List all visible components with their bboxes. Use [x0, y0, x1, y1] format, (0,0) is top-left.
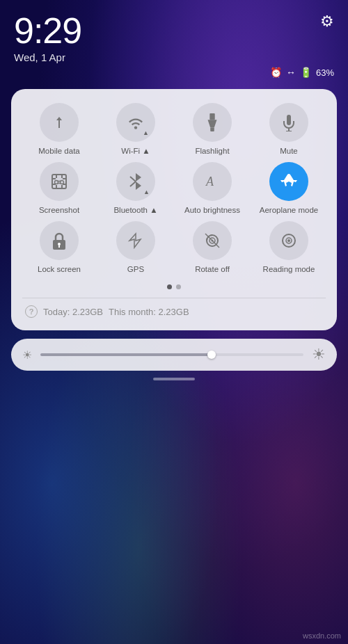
lock-screen-label: Lock screen — [38, 265, 81, 273]
quick-item-gps[interactable]: GPS — [99, 221, 173, 273]
page-dots — [22, 284, 326, 289]
quick-item-screenshot[interactable]: Screenshot — [22, 162, 96, 214]
auto-brightness-label: Auto brightness — [184, 206, 240, 214]
battery-icon: 🔋 — [300, 67, 312, 78]
svg-point-30 — [287, 239, 290, 242]
help-icon[interactable]: ? — [25, 305, 38, 318]
quick-item-aeroplane-mode[interactable]: Aeroplane mode — [252, 162, 326, 214]
mobile-data-icon — [51, 114, 68, 131]
flashlight-icon-circle — [193, 103, 232, 142]
aeroplane-mode-icon-circle — [269, 162, 308, 201]
reading-mode-icon-circle — [269, 221, 308, 260]
mobile-data-icon-circle — [40, 103, 79, 142]
rotate-off-label: Rotate off — [195, 265, 230, 273]
month-usage: This month: 2.23GB — [109, 307, 189, 317]
bottom-handle-bar — [153, 378, 195, 380]
quick-item-flashlight[interactable]: Flashlight — [175, 103, 249, 155]
quick-item-wifi[interactable]: ▲ Wi-Fi ▲ — [99, 103, 173, 155]
wifi-icon — [127, 115, 145, 130]
gps-label: GPS — [127, 265, 144, 273]
quick-item-bluetooth[interactable]: ▲ Bluetooth ▲ — [99, 162, 173, 214]
flashlight-icon — [205, 113, 220, 131]
watermark: wsxdn.com — [303, 631, 341, 640]
bottom-handle[interactable] — [0, 378, 348, 380]
brightness-low-icon: ☀ — [22, 348, 32, 362]
rotate-off-icon-circle — [193, 221, 232, 260]
lock-screen-icon — [51, 231, 68, 250]
quick-settings-panel: Mobile data ▲ Wi-Fi ▲ — [11, 89, 337, 330]
mute-icon — [280, 113, 297, 131]
bluetooth-icon-circle: ▲ — [116, 162, 155, 201]
brightness-slider[interactable] — [40, 353, 303, 356]
time-display: 9:29 — [14, 13, 81, 49]
screenshot-icon — [50, 172, 68, 191]
quick-item-reading-mode[interactable]: Reading mode — [252, 221, 326, 273]
wifi-signal-indicator: ▲ — [143, 129, 149, 136]
aeroplane-icon-alt — [279, 172, 299, 191]
dot-1 — [167, 284, 172, 289]
svg-rect-0 — [209, 113, 214, 120]
lock-screen-icon-circle — [40, 221, 79, 260]
svg-point-22 — [58, 243, 61, 245]
quick-item-mute[interactable]: Mute — [252, 103, 326, 155]
screenshot-label: Screenshot — [39, 206, 79, 214]
quick-grid: Mobile data ▲ Wi-Fi ▲ — [22, 103, 326, 273]
brightness-handle[interactable] — [207, 351, 216, 359]
brightness-high-icon: ☀ — [312, 346, 326, 364]
mute-icon-circle — [269, 103, 308, 142]
status-icons: ⏰ ↔ 🔋 63% — [270, 67, 334, 78]
reading-mode-label: Reading mode — [263, 265, 315, 273]
screenshot-icon-circle — [40, 162, 79, 201]
svg-rect-2 — [210, 127, 214, 131]
brightness-bar: ☀ ☀ — [11, 339, 337, 371]
wifi-icon-circle: ▲ — [116, 103, 155, 142]
quick-item-rotate-off[interactable]: Rotate off — [175, 221, 249, 273]
rotate-off-icon — [203, 232, 221, 250]
mobile-data-label: Mobile data — [38, 147, 79, 155]
mute-label: Mute — [280, 147, 298, 155]
brightness-fill — [40, 353, 212, 356]
auto-brightness-icon: A — [203, 172, 222, 191]
wifi-label: Wi-Fi ▲ — [121, 147, 150, 155]
quick-item-mobile-data[interactable]: Mobile data — [22, 103, 96, 155]
svg-line-19 — [130, 182, 136, 186]
date-display: Wed, 1 Apr — [14, 51, 81, 63]
data-usage: ? Today: 2.23GB This month: 2.23GB — [22, 304, 326, 319]
reading-mode-icon — [280, 232, 298, 250]
bluetooth-label: Bluetooth ▲ — [113, 206, 157, 214]
gps-icon — [127, 232, 145, 250]
svg-text:A: A — [205, 175, 214, 188]
status-bar: 9:29 Wed, 1 Apr ⚙ ⏰ ↔ 🔋 63% — [0, 0, 348, 83]
call-icon: ↔ — [286, 67, 296, 78]
bluetooth-icon — [129, 172, 143, 191]
gps-icon-circle — [116, 221, 155, 260]
today-usage: Today: 2.23GB — [43, 307, 103, 317]
bluetooth-signal-indicator: ▲ — [143, 188, 150, 195]
panel-divider — [22, 298, 326, 298]
svg-line-18 — [130, 177, 136, 182]
svg-marker-1 — [208, 120, 217, 127]
alarm-icon: ⏰ — [270, 67, 282, 78]
flashlight-label: Flashlight — [195, 147, 229, 155]
dot-2 — [176, 284, 181, 289]
aeroplane-mode-label: Aeroplane mode — [260, 206, 318, 214]
quick-item-lock-screen[interactable]: Lock screen — [22, 221, 96, 273]
settings-icon[interactable]: ⚙ — [320, 13, 334, 31]
battery-percentage: 63% — [316, 67, 334, 78]
quick-item-auto-brightness[interactable]: A Auto brightness — [175, 162, 249, 214]
auto-brightness-icon-circle: A — [193, 162, 232, 201]
